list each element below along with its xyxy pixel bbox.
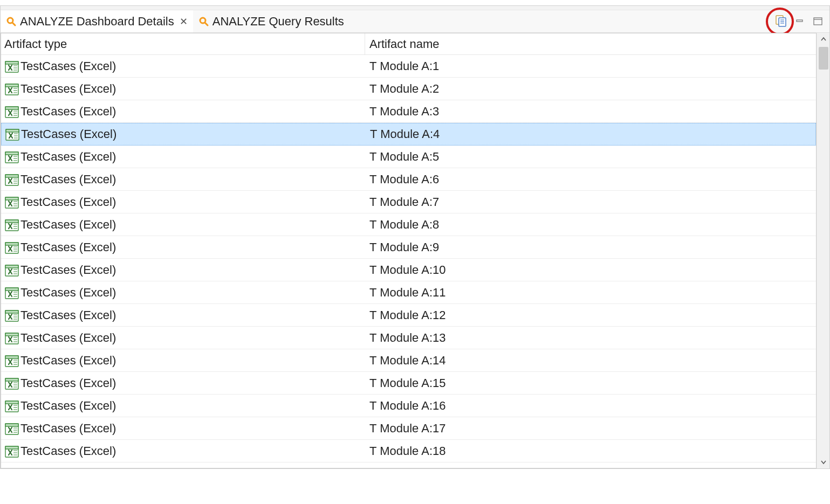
artifact-name-text: T Module A:8 (369, 218, 439, 232)
cell-artifact-name: T Module A:11 (365, 281, 816, 303)
table-row[interactable]: TestCases (Excel)T Module A:13 (1, 327, 816, 349)
table-row[interactable]: TestCases (Excel)T Module A:14 (1, 349, 816, 372)
artifact-type-text: TestCases (Excel) (20, 172, 116, 187)
artifact-type-text: TestCases (Excel) (20, 59, 116, 73)
artifact-type-text: TestCases (Excel) (20, 82, 116, 96)
cell-artifact-type: TestCases (Excel) (1, 417, 365, 439)
artifact-name-text: T Module A:16 (369, 399, 445, 413)
table-row[interactable]: TestCases (Excel)T Module A:10 (1, 259, 816, 281)
excel-icon (4, 218, 19, 233)
excel-icon (4, 376, 19, 391)
cell-artifact-name: T Module A:9 (365, 236, 816, 258)
excel-icon (4, 150, 19, 165)
excel-icon (4, 172, 19, 188)
tab-label: ANALYZE Query Results (212, 15, 344, 29)
cell-artifact-name: T Module A:13 (365, 327, 816, 349)
top-strip (1, 6, 829, 10)
cell-artifact-name: T Module A:8 (365, 213, 816, 236)
svg-rect-98 (5, 446, 18, 449)
table-row[interactable]: TestCases (Excel)T Module A:1 (1, 55, 816, 78)
artifact-name-text: T Module A:15 (369, 376, 445, 390)
cell-artifact-type: TestCases (Excel) (1, 78, 365, 100)
cell-artifact-type: TestCases (Excel) (1, 304, 365, 326)
artifact-name-text: T Module A:10 (369, 263, 445, 277)
artifact-name-text: T Module A:13 (369, 331, 445, 345)
svg-rect-10 (814, 18, 822, 25)
artifact-name-text: T Module A:9 (369, 240, 439, 254)
cell-artifact-type: TestCases (Excel) (2, 123, 366, 145)
column-header-name[interactable]: Artifact name (365, 33, 816, 54)
cell-artifact-name: T Module A:16 (365, 395, 816, 417)
cell-artifact-name: T Module A:14 (365, 349, 816, 371)
cell-artifact-name: T Module A:1 (365, 55, 816, 77)
vertical-scrollbar[interactable] (817, 33, 829, 468)
cell-artifact-type: TestCases (Excel) (1, 327, 365, 349)
table-row[interactable]: TestCases (Excel)T Module A:7 (1, 191, 816, 213)
excel-icon (4, 422, 19, 437)
excel-icon (4, 286, 19, 301)
cell-artifact-type: TestCases (Excel) (1, 440, 365, 462)
cell-artifact-name: T Module A:6 (365, 168, 816, 190)
artifact-type-text: TestCases (Excel) (20, 150, 116, 164)
cell-artifact-type: TestCases (Excel) (1, 100, 365, 122)
cell-artifact-type: TestCases (Excel) (1, 372, 365, 394)
table-row[interactable]: TestCases (Excel)T Module A:6 (1, 168, 816, 191)
svg-rect-9 (797, 20, 802, 22)
column-header-label: Artifact type (4, 37, 67, 51)
close-icon[interactable]: ✕ (180, 16, 188, 27)
table-row[interactable]: TestCases (Excel)T Module A:4 (1, 123, 816, 146)
artifact-type-text: TestCases (Excel) (20, 444, 116, 458)
artifact-name-text: T Module A:12 (369, 308, 445, 322)
excel-icon (4, 82, 19, 97)
cell-artifact-name: T Module A:2 (365, 78, 816, 100)
excel-icon (4, 354, 19, 369)
table-row[interactable]: TestCases (Excel)T Module A:2 (1, 78, 816, 100)
artifact-type-text: TestCases (Excel) (20, 422, 116, 436)
tabs-bar: ANALYZE Dashboard Details ✕ ANALYZE Quer… (1, 10, 829, 33)
svg-rect-13 (5, 61, 18, 64)
table-row[interactable]: TestCases (Excel)T Module A:12 (1, 304, 816, 327)
column-header-type[interactable]: Artifact type (1, 33, 365, 54)
artifact-type-text: TestCases (Excel) (20, 240, 116, 254)
table-row[interactable]: TestCases (Excel)T Module A:17 (1, 417, 816, 440)
maximize-icon[interactable] (813, 17, 823, 26)
table-row[interactable]: TestCases (Excel)T Module A:5 (1, 146, 816, 168)
cell-artifact-name: T Module A:4 (366, 123, 815, 145)
artifact-type-text: TestCases (Excel) (20, 399, 116, 413)
scroll-up-icon[interactable] (817, 33, 829, 46)
cell-artifact-name: T Module A:5 (365, 146, 816, 168)
table-row[interactable]: TestCases (Excel)T Module A:3 (1, 100, 816, 123)
svg-rect-5 (779, 18, 786, 26)
excel-icon (4, 105, 19, 120)
minimize-icon[interactable] (796, 17, 806, 26)
scroll-down-icon[interactable] (817, 455, 829, 468)
copy-icon[interactable] (774, 15, 788, 29)
column-header-label: Artifact name (369, 37, 440, 51)
table-row[interactable]: TestCases (Excel)T Module A:8 (1, 213, 816, 236)
table-header: Artifact type Artifact name (1, 33, 816, 55)
tab-query-results[interactable]: ANALYZE Query Results (193, 10, 349, 32)
svg-rect-28 (6, 129, 19, 132)
results-table: Artifact type Artifact name TestCases (E… (1, 33, 817, 468)
tab-dashboard-details[interactable]: ANALYZE Dashboard Details ✕ (1, 10, 193, 32)
table-row[interactable]: TestCases (Excel)T Module A:11 (1, 281, 816, 304)
svg-rect-93 (5, 424, 18, 426)
artifact-type-text: TestCases (Excel) (20, 331, 116, 345)
artifact-name-text: T Module A:3 (369, 105, 439, 119)
panel: ANALYZE Dashboard Details ✕ ANALYZE Quer… (0, 5, 830, 469)
excel-icon (4, 59, 19, 74)
scroll-thumb[interactable] (819, 47, 828, 70)
cell-artifact-name: T Module A:12 (365, 304, 816, 326)
table-row[interactable]: TestCases (Excel)T Module A:18 (1, 440, 816, 462)
table-row[interactable]: TestCases (Excel)T Module A:16 (1, 395, 816, 417)
cell-artifact-type: TestCases (Excel) (1, 213, 365, 236)
excel-icon (4, 399, 19, 414)
table-row[interactable]: TestCases (Excel)T Module A:9 (1, 236, 816, 259)
table-row[interactable]: TestCases (Excel)T Module A:15 (1, 372, 816, 395)
artifact-type-text: TestCases (Excel) (20, 286, 116, 300)
cell-artifact-type: TestCases (Excel) (1, 259, 365, 281)
cell-artifact-name: T Module A:7 (365, 191, 816, 213)
svg-rect-68 (5, 310, 18, 313)
svg-rect-58 (5, 265, 18, 268)
svg-rect-53 (5, 243, 18, 245)
